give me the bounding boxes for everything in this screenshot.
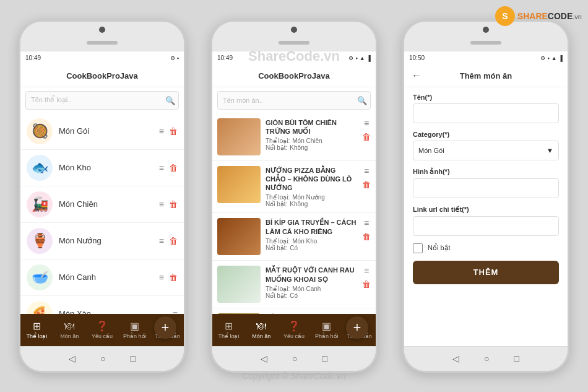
phone-1-bottom: ◁ ○ □ <box>20 346 184 371</box>
edit-icon[interactable]: ≡ <box>364 266 369 276</box>
delete-icon[interactable]: 🗑 <box>169 126 178 136</box>
phone-2-status-right: ⚙ ▪ ▲ ▐ <box>348 55 371 61</box>
delete-icon[interactable]: 🗑 <box>362 232 371 242</box>
nav-item-yeu-cau-2[interactable]: ❓ Yêu cầu <box>278 320 311 339</box>
edit-icon[interactable]: ≡ <box>364 166 369 176</box>
edit-icon[interactable]: ≡ <box>364 218 369 228</box>
link-input[interactable] <box>413 216 559 236</box>
home-button[interactable]: ○ <box>292 354 297 364</box>
link-label: Link url chi tiết(*) <box>413 206 559 214</box>
nav-item-phan-hoi[interactable]: ▣ Phản hồi <box>118 320 151 339</box>
category-icon-mon-xao: 🍕 <box>27 301 53 314</box>
phone-2: 10:49 ⚙ ▪ ▲ ▐ CookBookProJava Tên món ăn… <box>210 20 378 373</box>
edit-icon[interactable]: ≡ <box>159 199 164 209</box>
home-button[interactable]: ○ <box>100 354 105 364</box>
edit-icon[interactable]: ≡ <box>159 163 164 173</box>
form-group-ten: Tên(*) <box>413 94 559 123</box>
phone-2-top <box>212 22 376 51</box>
signal-icon: ▐ <box>367 55 371 61</box>
list-item[interactable]: 🏺 Món Nướng ≡ 🗑 <box>20 223 184 259</box>
phone-2-appbar: CookBookProJava <box>212 65 376 87</box>
recent-button[interactable]: □ <box>514 354 519 364</box>
ten-input[interactable] <box>413 103 559 123</box>
nav-item-phan-hoi-2[interactable]: ▣ Phản hồi <box>310 320 343 339</box>
phone-2-search-bar: Tên món ăn.. 🔍 <box>212 87 376 113</box>
food-info-3: BÍ KÍP GIA TRUYỀN – CÁCH LÀM CÁ KHO RIÊN… <box>266 218 357 251</box>
item-actions: ≡ 🗑 <box>159 236 178 246</box>
list-item[interactable]: 🚂 Món Chiên ≡ 🗑 <box>20 186 184 223</box>
category-icon-mon-chien: 🚂 <box>27 191 53 217</box>
question-icon: ❓ <box>288 320 300 332</box>
back-button[interactable]: ◁ <box>452 354 459 364</box>
hinh-anh-label: Hình ảnh(*) <box>413 168 559 176</box>
delete-icon[interactable]: 🗑 <box>169 163 178 173</box>
feedback-icon: ▣ <box>322 320 331 332</box>
recent-button[interactable]: □ <box>322 354 327 364</box>
phone-1-status-right: ⚙ ▪ <box>170 55 179 61</box>
food-icon: 🍽 <box>64 321 74 332</box>
category-name-mon-canh: Món Canh <box>59 272 153 282</box>
list-item[interactable]: ĐẬM ĐÀ CÁCH LÀM CÁ KHO TỘ <box>212 308 376 313</box>
item-actions: ≡ 🗑 <box>159 199 178 209</box>
phone-3-status-right: ⚙ ▪ ▲ ▐ <box>540 55 563 61</box>
food-name-3: BÍ KÍP GIA TRUYỀN – CÁCH LÀM CÁ KHO RIÊN… <box>266 218 357 236</box>
back-arrow-button[interactable]: ← <box>412 70 422 81</box>
list-item[interactable]: 🥘 Món Gói ≡ 🗑 <box>20 113 184 150</box>
nav-item-mon-an-2[interactable]: 🍽 Món ăn <box>245 321 278 339</box>
list-item[interactable]: 🐟 Món Kho ≡ 🗑 <box>20 150 184 186</box>
nav-item-mon-an[interactable]: 🍽 Món ăn <box>53 321 86 339</box>
phone-3-appbar: ← Thêm món ăn <box>404 65 568 87</box>
phone-3-bottom: ◁ ○ □ <box>404 346 568 371</box>
category-name-mon-chien: Món Chiên <box>59 199 153 209</box>
food-meta-3: Thể loại:Món Kho Nổi bật:Có <box>266 238 357 251</box>
signal-icon: ▐ <box>559 55 563 61</box>
category-select[interactable]: Món Gói ▼ <box>413 141 559 160</box>
phone-1-time: 10:49 <box>25 54 41 61</box>
phone-3-title: Thêm món ăn <box>460 71 512 81</box>
wifi-icon: ▲ <box>360 55 365 61</box>
phone-2-speaker <box>279 41 309 45</box>
logo-icon: S <box>495 6 515 26</box>
recent-button[interactable]: □ <box>131 354 136 364</box>
noi-bat-checkbox[interactable] <box>413 243 423 253</box>
list-item[interactable]: 🍕 Món Xào ≡ <box>20 296 184 314</box>
category-name-mon-kho: Món Kho <box>59 163 153 172</box>
question-icon: ❓ <box>96 320 108 332</box>
list-item[interactable]: MẮT RUỘT VỚI CANH RAU MUỐNG KHOAI SỌ Thể… <box>212 261 376 308</box>
category-icon-mon-goi: 🥘 <box>27 118 53 144</box>
delete-icon[interactable]: 🗑 <box>169 272 178 282</box>
edit-icon[interactable]: ≡ <box>364 118 369 128</box>
nav-item-the-loai-2[interactable]: ⊞ Thể loại <box>212 320 245 339</box>
list-item[interactable]: 🥣 Món Canh ≡ 🗑 <box>20 259 184 296</box>
edit-icon[interactable]: ≡ <box>159 126 164 136</box>
food-name-1: GIÒN BÙI TÔM CHIÊN TRỨNG MUỐI <box>266 118 357 136</box>
back-button[interactable]: ◁ <box>261 354 267 364</box>
delete-icon[interactable]: 🗑 <box>362 279 371 289</box>
them-button[interactable]: THÊM <box>413 261 559 284</box>
delete-icon[interactable]: 🗑 <box>169 236 178 246</box>
home-button[interactable]: ○ <box>484 354 489 364</box>
edit-icon[interactable]: ≡ <box>159 236 164 246</box>
delete-icon[interactable]: 🗑 <box>362 132 371 142</box>
phone-2-bottom: ◁ ○ □ <box>212 346 376 371</box>
list-item[interactable]: BÍ KÍP GIA TRUYỀN – CÁCH LÀM CÁ KHO RIÊN… <box>212 213 376 261</box>
phone-1-search-input[interactable]: Tên thể loại.. <box>25 91 179 110</box>
food-info-1: GIÒN BÙI TÔM CHIÊN TRỨNG MUỐI Thể loại:M… <box>266 118 357 152</box>
settings-icon: ⚙ <box>540 55 545 61</box>
phone-2-search-input[interactable]: Tên món ăn.. <box>217 91 371 110</box>
edit-icon[interactable]: ≡ <box>159 272 164 282</box>
phone-2-time: 10:49 <box>217 54 233 61</box>
list-item[interactable]: GIÒN BÙI TÔM CHIÊN TRỨNG MUỐI Thể loại:M… <box>212 113 376 161</box>
hinh-anh-input[interactable] <box>413 178 559 198</box>
food-thumb-4 <box>217 266 261 303</box>
delete-icon[interactable]: 🗑 <box>362 180 371 189</box>
edit-icon[interactable]: ≡ <box>173 309 178 314</box>
nav-item-the-loai[interactable]: ⊞ Thể loại <box>20 320 53 339</box>
back-button[interactable]: ◁ <box>69 354 76 364</box>
item-actions: ≡ 🗑 <box>159 272 178 282</box>
search-icon: 🔍 <box>357 95 367 105</box>
list-item[interactable]: NƯỚNG PIZZA BẰNG CHẢO – KHÔNG DÙNG LÒ NƯ… <box>212 161 376 214</box>
nav-item-yeu-cau[interactable]: ❓ Yêu cầu <box>86 320 119 339</box>
category-name-mon-goi: Món Gói <box>59 126 153 136</box>
delete-icon[interactable]: 🗑 <box>169 199 178 209</box>
